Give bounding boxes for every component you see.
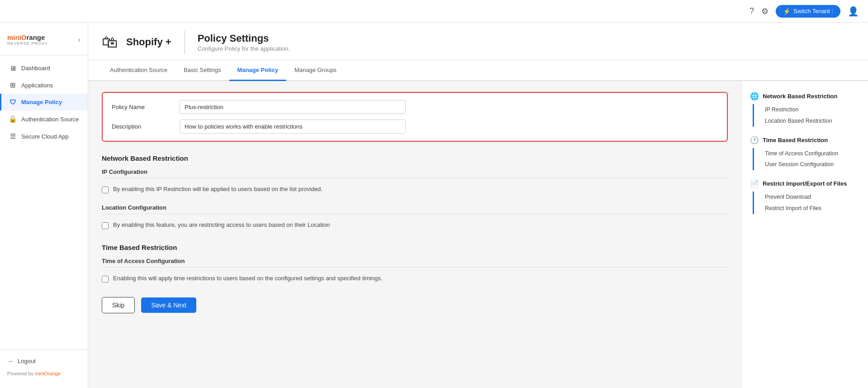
policy-name-label: Policy Name [112, 104, 171, 110]
sidebar-item-authentication-source[interactable]: 🔒 Authentication Source [0, 110, 88, 128]
location-config-subsection: Location Configuration By enabling this … [102, 204, 728, 231]
right-import-export-links: Prevent Download Restrict Import of File… [753, 192, 860, 214]
description-label: Description [112, 123, 171, 130]
sidebar-item-secure-cloud-app[interactable]: ☰ Secure Cloud App [0, 128, 88, 145]
right-section-network: 🌐 Network Based Restriction IP Restricti… [750, 92, 860, 127]
help-icon[interactable]: ? [749, 6, 754, 16]
ip-config-checkbox-row: By enabling this IP Restriction will be … [102, 184, 728, 195]
title-divider [184, 31, 185, 53]
top-header: ? ⚙ ⚡ Switch Tenant : 👤 [0, 0, 868, 23]
tab-manage-policy[interactable]: Manage Policy [229, 60, 286, 81]
location-config-checkbox-row: By enabling this feature, you are restri… [102, 220, 728, 231]
brand-logo: miniOrange [7, 34, 48, 41]
policy-details-box: Policy Name Description [102, 92, 728, 142]
main-form: Policy Name Description Network Based Re… [88, 81, 741, 388]
sidebar-collapse-icon[interactable]: ‹ [78, 36, 81, 44]
sidebar-item-label: Authentication Source [21, 116, 79, 123]
secure-cloud-icon: ☰ [9, 132, 17, 140]
sidebar-logo: miniOrange REVERSE PROXY ‹ [0, 27, 88, 55]
right-time-title: 🕐 Time Based Restriction [750, 136, 860, 144]
app-title-block: Shopify + [126, 36, 171, 48]
save-next-button[interactable]: Save & Next [141, 297, 196, 313]
right-link-prevent-download[interactable]: Prevent Download [765, 192, 860, 203]
applications-icon: ⊞ [9, 81, 17, 89]
tab-authentication-source[interactable]: Authentication Source [102, 60, 175, 81]
right-network-links: IP Restriction Location Based Restrictio… [753, 104, 860, 127]
network-restriction-section: Network Based Restriction IP Configurati… [102, 154, 728, 231]
right-link-time-access[interactable]: Time of Access Configuration [765, 148, 860, 159]
ip-config-title: IP Configuration [102, 168, 728, 178]
right-network-title: 🌐 Network Based Restriction [750, 92, 860, 101]
content-area: Policy Name Description Network Based Re… [88, 81, 868, 388]
network-icon: 🌐 [750, 92, 759, 101]
switch-tenant-label: Switch Tenant : [793, 8, 833, 14]
tabs-bar: Authentication Source Basic Settings Man… [88, 60, 868, 81]
bolt-icon: ⚡ [783, 8, 791, 15]
right-section-import-export: 📄 Restrict Import/Export of Files Preven… [750, 179, 860, 214]
button-row: Skip Save & Next [102, 297, 728, 313]
page-subtitle: Configure Policy for the application. [198, 45, 290, 52]
time-section-title: Time Based Restriction [102, 244, 728, 251]
time-access-checkbox-label: Enabling this will apply time restrictio… [113, 275, 382, 282]
dashboard-icon: 🖥 [9, 64, 17, 72]
logout-label: Logout [18, 358, 36, 364]
policy-name-row: Policy Name [112, 100, 718, 114]
sidebar-item-label: Dashboard [21, 65, 50, 72]
ip-config-checkbox[interactable] [102, 187, 109, 193]
sidebar-item-manage-policy[interactable]: 🛡 Manage Policy [0, 94, 88, 110]
description-input[interactable] [180, 120, 406, 134]
page-title: Policy Settings [198, 33, 290, 44]
app-icon: 🛍 [102, 33, 118, 52]
location-config-checkbox-label: By enabling this feature, you are restri… [113, 221, 330, 228]
auth-source-icon: 🔒 [9, 115, 17, 123]
sidebar-item-applications[interactable]: ⊞ Applications [0, 77, 88, 94]
network-section-title: Network Based Restriction [102, 154, 728, 162]
logout-button[interactable]: → Logout [7, 354, 81, 368]
logout-icon: → [7, 358, 13, 364]
ip-config-subsection: IP Configuration By enabling this IP Res… [102, 168, 728, 195]
sidebar-item-label: Applications [21, 82, 53, 89]
main-content: 🛍 Shopify + Policy Settings Configure Po… [88, 23, 868, 388]
page-header: 🛍 Shopify + Policy Settings Configure Po… [88, 23, 868, 60]
page-title-block: Policy Settings Configure Policy for the… [198, 33, 290, 52]
right-link-user-session[interactable]: User Session Configuration [765, 159, 860, 170]
document-icon: 📄 [750, 179, 759, 188]
right-section-time: 🕐 Time Based Restriction Time of Access … [750, 136, 860, 171]
ip-config-checkbox-label: By enabling this IP Restriction will be … [113, 186, 323, 192]
layout: miniOrange REVERSE PROXY ‹ 🖥 Dashboard ⊞… [0, 23, 868, 388]
right-import-export-title: 📄 Restrict Import/Export of Files [750, 179, 860, 188]
settings-icon[interactable]: ⚙ [761, 6, 768, 16]
switch-tenant-button[interactable]: ⚡ Switch Tenant : [776, 5, 840, 18]
powered-link[interactable]: miniOrange [35, 371, 61, 376]
user-icon[interactable]: 👤 [848, 6, 859, 17]
manage-policy-icon: 🛡 [9, 98, 17, 106]
app-name: Shopify + [126, 36, 171, 48]
skip-button[interactable]: Skip [102, 297, 135, 313]
sidebar-item-dashboard[interactable]: 🖥 Dashboard [0, 60, 88, 77]
sidebar-footer: → Logout Powered by miniOrange [0, 349, 88, 383]
location-config-checkbox[interactable] [102, 222, 109, 229]
time-access-checkbox-row: Enabling this will apply time restrictio… [102, 273, 728, 284]
time-access-title: Time of Access Configuration [102, 258, 728, 268]
right-time-links: Time of Access Configuration User Sessio… [753, 148, 860, 171]
time-access-checkbox[interactable] [102, 276, 109, 283]
powered-by: Powered by miniOrange [7, 368, 81, 379]
tab-manage-groups[interactable]: Manage Groups [286, 60, 345, 81]
right-link-restrict-import[interactable]: Restrict Import of Files [765, 203, 860, 214]
sidebar-item-label: Secure Cloud App [21, 133, 69, 140]
description-row: Description [112, 120, 718, 134]
right-link-location-restriction[interactable]: Location Based Restriction [765, 115, 860, 127]
sidebar-item-label: Manage Policy [21, 99, 62, 105]
logo-container: miniOrange REVERSE PROXY [7, 34, 48, 46]
logo-subtitle: REVERSE PROXY [7, 41, 48, 46]
sidebar-nav: 🖥 Dashboard ⊞ Applications 🛡 Manage Poli… [0, 55, 88, 349]
time-restriction-section: Time Based Restriction Time of Access Co… [102, 244, 728, 284]
tab-basic-settings[interactable]: Basic Settings [175, 60, 229, 81]
policy-name-input[interactable] [180, 100, 406, 114]
time-access-subsection: Time of Access Configuration Enabling th… [102, 258, 728, 284]
right-link-ip-restriction[interactable]: IP Restriction [765, 104, 860, 115]
sidebar: miniOrange REVERSE PROXY ‹ 🖥 Dashboard ⊞… [0, 23, 88, 388]
right-panel: 🌐 Network Based Restriction IP Restricti… [741, 81, 868, 388]
location-config-title: Location Configuration [102, 204, 728, 214]
clock-icon: 🕐 [750, 136, 759, 144]
